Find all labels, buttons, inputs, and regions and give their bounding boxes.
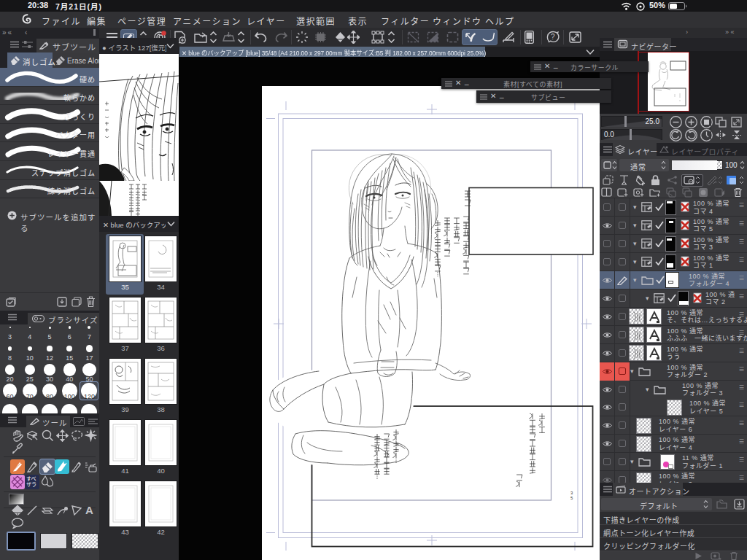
svg-text:?: ? <box>551 33 555 41</box>
